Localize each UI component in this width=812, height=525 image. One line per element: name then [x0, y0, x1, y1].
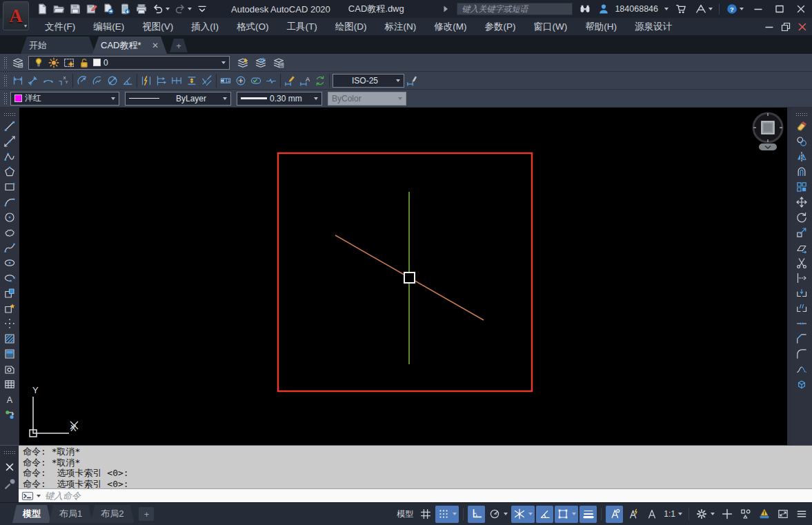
- toolbar-grip[interactable]: [3, 75, 7, 87]
- layout-tab-布局1[interactable]: 布局1: [49, 505, 92, 523]
- close-button[interactable]: [793, 1, 809, 17]
- dim-jogged-button[interactable]: [90, 74, 105, 88]
- save-button[interactable]: [68, 2, 83, 16]
- dim-jogged-linear-button[interactable]: [264, 74, 279, 88]
- snap-mode-button[interactable]: [435, 506, 459, 523]
- dim-inspect-button[interactable]: [248, 74, 264, 88]
- dim-style-combo-caret-icon[interactable]: [396, 79, 400, 82]
- dim-text-edit-button[interactable]: A: [297, 74, 313, 88]
- revision-cloud-button[interactable]: [1, 225, 18, 239]
- autodesk-app-button[interactable]: [693, 2, 714, 16]
- new-file-button[interactable]: [34, 2, 50, 16]
- dim-baseline-button[interactable]: [154, 74, 169, 88]
- app-store-button[interactable]: [673, 2, 689, 16]
- construction-line-button[interactable]: [1, 134, 18, 148]
- command-line-customize-button[interactable]: [2, 477, 17, 491]
- lineweight-display-button[interactable]: [580, 506, 597, 523]
- toolbar-grip[interactable]: [3, 92, 7, 105]
- annotation-scale-button[interactable]: [643, 506, 660, 523]
- clean-screen-button[interactable]: [737, 506, 754, 523]
- dim-ordinate-button[interactable]: XY: [56, 74, 71, 88]
- center-mark-button[interactable]: [233, 74, 248, 88]
- spline-button[interactable]: [1, 240, 18, 255]
- ellipse-arc-button[interactable]: [1, 270, 18, 285]
- break-button[interactable]: [793, 301, 810, 315]
- save-to-web-button[interactable]: [117, 2, 132, 16]
- erase-button[interactable]: [793, 119, 810, 133]
- linetype-combobox[interactable]: ByLayer: [125, 92, 231, 106]
- annotation-scale-value-button[interactable]: 1:1: [662, 506, 684, 523]
- mirror-button[interactable]: [793, 149, 810, 164]
- ortho-mode-button[interactable]: [468, 506, 485, 523]
- object-snap-tracking-caret-icon[interactable]: [528, 513, 533, 515]
- array-button[interactable]: [793, 179, 810, 194]
- gradient-button[interactable]: [1, 346, 18, 361]
- dim-aligned-button[interactable]: [26, 74, 41, 88]
- menu-item-7[interactable]: 绘图(D): [326, 18, 376, 35]
- menu-item-12[interactable]: 帮助(H): [576, 18, 626, 35]
- rectangle-button[interactable]: [1, 179, 18, 194]
- copy-button[interactable]: [793, 134, 810, 148]
- command-line-grip[interactable]: [3, 450, 16, 454]
- layer-on-icon[interactable]: [32, 57, 45, 69]
- dim-break-button[interactable]: [199, 74, 215, 88]
- workspace-switching-button[interactable]: [693, 506, 717, 523]
- menu-item-5[interactable]: 格式(O): [228, 18, 278, 35]
- offset-button[interactable]: [793, 164, 810, 179]
- layer-combobox[interactable]: 0: [28, 56, 230, 70]
- isolate-objects-button[interactable]: [718, 506, 735, 523]
- new-drawing-tab-button[interactable]: +: [170, 39, 188, 52]
- menu-item-11[interactable]: 窗口(W): [525, 18, 577, 35]
- polyline-button[interactable]: [1, 149, 18, 164]
- drawing-canvas[interactable]: Y X: [19, 108, 787, 445]
- toolbar-grip[interactable]: [3, 112, 16, 116]
- trim-button[interactable]: [793, 255, 810, 270]
- point-button[interactable]: [1, 316, 18, 330]
- file-tab-active[interactable]: CAD教程*✕: [92, 37, 167, 54]
- menu-item-8[interactable]: 标注(N): [376, 18, 426, 35]
- polar-tracking-caret-icon[interactable]: [504, 513, 508, 515]
- quick-dim-button[interactable]: [139, 74, 154, 88]
- minimize-button[interactable]: [750, 1, 766, 17]
- redo-button[interactable]: [172, 2, 193, 16]
- redo-caret-icon[interactable]: [188, 8, 192, 10]
- plot-button[interactable]: [134, 2, 149, 16]
- menu-item-9[interactable]: 修改(M): [425, 18, 475, 35]
- layer-properties-button[interactable]: [10, 56, 26, 70]
- file-tab[interactable]: 开始: [21, 37, 95, 54]
- region-button[interactable]: [1, 361, 18, 376]
- dim-continue-button[interactable]: [169, 74, 184, 88]
- menu-item-3[interactable]: 视图(V): [133, 18, 182, 35]
- layer-unlock-icon[interactable]: [78, 57, 90, 69]
- arc-button[interactable]: [1, 195, 18, 209]
- tolerance-button[interactable]: .1: [218, 74, 233, 88]
- color-combo-caret-icon[interactable]: [111, 97, 115, 100]
- join-button[interactable]: [793, 316, 810, 330]
- new-layout-button[interactable]: +: [139, 507, 154, 521]
- dim-radius-button[interactable]: [75, 74, 90, 88]
- dim-arclength-button[interactable]: [41, 74, 56, 88]
- scale-button[interactable]: [793, 225, 810, 239]
- customize-quick-access-button[interactable]: [195, 2, 210, 16]
- open-from-web-button[interactable]: [101, 2, 116, 16]
- dim-angular-button[interactable]: [120, 74, 135, 88]
- explode-button[interactable]: [793, 377, 810, 391]
- grid-display-button[interactable]: [417, 506, 434, 523]
- annotation-autoscale-button[interactable]: [624, 506, 642, 523]
- graphics-performance-button[interactable]: [755, 506, 773, 523]
- recent-commands-caret-icon[interactable]: [37, 495, 41, 497]
- undo-caret-icon[interactable]: [166, 8, 170, 10]
- layer-combo-caret-icon[interactable]: [221, 61, 226, 64]
- command-prompt-icon[interactable]: [21, 490, 34, 502]
- rotate-button[interactable]: [793, 210, 810, 224]
- layer-viewport-freeze-icon[interactable]: [63, 57, 75, 69]
- application-menu-button[interactable]: A ▾: [3, 1, 29, 30]
- file-tab-close-icon[interactable]: ✕: [152, 41, 159, 50]
- save-as-button[interactable]: [84, 2, 99, 16]
- extend-button[interactable]: [793, 270, 810, 285]
- doc-minimize-button[interactable]: [761, 19, 778, 34]
- layer-color-swatch[interactable]: [93, 59, 101, 66]
- customization-button[interactable]: [793, 506, 810, 523]
- circle-button[interactable]: [1, 210, 18, 224]
- layer-states-button[interactable]: [271, 56, 286, 70]
